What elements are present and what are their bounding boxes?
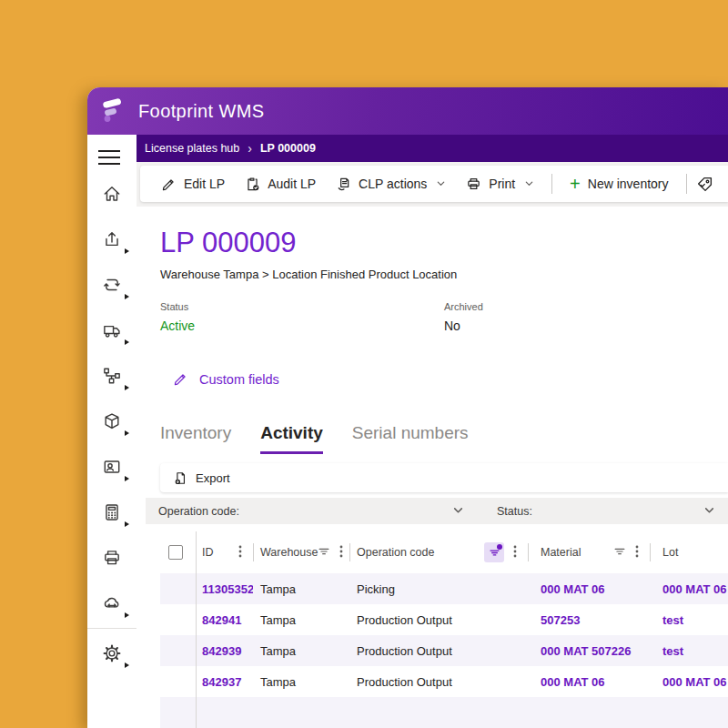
truck-icon	[102, 320, 122, 340]
tab-serial-numbers[interactable]: Serial numbers	[352, 423, 469, 454]
row-warehouse: Tampa	[253, 635, 349, 666]
column-menu-icon[interactable]	[635, 544, 639, 561]
row-material-link[interactable]: 507253	[528, 604, 650, 635]
column-menu-icon[interactable]	[513, 544, 517, 561]
sidebar-item-outbound[interactable]	[87, 217, 136, 262]
sidebar-item-integration[interactable]	[87, 581, 136, 626]
chevron-down-icon	[452, 504, 464, 519]
breadcrumb-current: LP 000009	[260, 142, 316, 155]
operation-code-filter[interactable]: Operation code:	[158, 504, 464, 519]
audit-lp-button[interactable]: Audit LP	[235, 166, 326, 202]
sidebar-divider	[87, 628, 136, 629]
header-cell-material: Material	[528, 531, 650, 573]
filter-icon[interactable]	[613, 545, 626, 561]
tag-actions-button[interactable]	[694, 166, 715, 202]
status-filter[interactable]: Status:	[497, 504, 715, 519]
active-filter-icon[interactable]	[484, 542, 504, 562]
sidebar-item-shipping[interactable]	[87, 308, 136, 353]
breadcrumb-parent[interactable]: License plates hub	[145, 142, 239, 155]
table-row-partial	[160, 697, 728, 728]
new-inventory-button[interactable]: + New inventory	[560, 166, 678, 202]
package-icon	[102, 411, 122, 431]
archived-field: Archived No	[444, 301, 728, 333]
tab-inventory[interactable]: Inventory	[160, 423, 231, 454]
chevron-down-icon	[703, 504, 715, 519]
grid-filter-row: Operation code: Status:	[146, 498, 728, 524]
table-row[interactable]: 11305352 Tampa Picking 000 MAT 06 000 MA…	[160, 573, 728, 604]
toolbar-strip: Edit LP Audit LP CLP actions Print	[136, 162, 728, 207]
row-operation-code: Production Output	[349, 635, 528, 666]
page-title: LP 000009	[160, 227, 728, 259]
menu-icon[interactable]	[98, 144, 126, 171]
plus-icon: +	[570, 175, 581, 193]
row-id-link[interactable]: 842941	[196, 604, 253, 635]
chevron-right-icon: ›	[248, 141, 252, 156]
export-icon	[173, 470, 187, 486]
app-window: Footprint WMS	[87, 87, 728, 728]
row-material-link[interactable]: 000 MAT 06	[528, 666, 650, 697]
custom-fields-button[interactable]: Custom fields	[173, 371, 728, 387]
row-id-link[interactable]: 11305352	[196, 573, 253, 604]
table-row[interactable]: 842939 Tampa Production Output 000 MAT 5…	[160, 635, 728, 666]
printer-icon	[102, 548, 122, 568]
sidebar-item-print[interactable]	[87, 535, 136, 581]
field-group: Status Active Archived No	[160, 301, 728, 333]
footprint-logo-icon	[99, 97, 126, 125]
export-button[interactable]: Export	[173, 470, 230, 486]
column-menu-icon[interactable]	[339, 544, 343, 561]
cycle-arrow-icon	[102, 275, 122, 295]
row-lot-link[interactable]: 000 MAT 06	[650, 666, 728, 697]
document-hand-icon	[336, 177, 351, 192]
header-cell-select	[160, 531, 196, 573]
toolbar-divider	[551, 174, 552, 194]
toolbar: Edit LP Audit LP CLP actions Print	[140, 166, 728, 202]
clipboard-check-icon	[245, 177, 260, 192]
print-button[interactable]: Print	[456, 166, 544, 202]
row-material-link[interactable]: 000 MAT 507226	[528, 635, 650, 666]
row-operation-code: Production Output	[349, 666, 528, 697]
sidebar-item-settings[interactable]	[87, 631, 136, 676]
toolbar-divider	[686, 174, 687, 194]
header-cell-id: ID	[196, 531, 253, 573]
row-material-link[interactable]: 000 MAT 06	[528, 573, 650, 604]
printer-icon	[466, 177, 481, 192]
edit-lp-button[interactable]: Edit LP	[151, 166, 235, 202]
row-lot-link[interactable]: test	[650, 635, 728, 666]
sidebar	[87, 135, 136, 728]
sidebar-item-inventory[interactable]	[87, 399, 136, 444]
sidebar-item-contacts[interactable]	[87, 444, 136, 490]
archived-label: Archived	[444, 301, 728, 312]
home-icon	[102, 184, 122, 204]
sidebar-item-cycle[interactable]	[87, 262, 136, 308]
sidebar-item-billing[interactable]	[87, 490, 136, 535]
grid-toolbar: Export	[160, 463, 728, 492]
main-panel: License plates hub › LP 000009 Edit LP A…	[136, 135, 728, 728]
row-operation-code: Picking	[349, 573, 528, 604]
select-all-checkbox[interactable]	[168, 545, 183, 560]
column-menu-icon[interactable]	[238, 544, 242, 561]
contact-card-icon	[102, 457, 122, 477]
clp-actions-button[interactable]: CLP actions	[326, 166, 456, 202]
sidebar-item-workflow[interactable]	[87, 353, 136, 399]
pencil-icon	[161, 177, 177, 192]
row-id-link[interactable]: 842939	[196, 635, 253, 666]
sidebar-item-home[interactable]	[87, 171, 136, 217]
app-header: Footprint WMS	[87, 87, 728, 135]
table-row[interactable]: 842937 Tampa Production Output 000 MAT 0…	[160, 666, 728, 697]
header-cell-lot: Lot	[650, 531, 728, 573]
table-header: ID Warehouse Operation code	[160, 531, 728, 573]
gear-icon	[102, 643, 122, 663]
row-lot-link[interactable]: test	[650, 604, 728, 635]
row-id-link[interactable]: 842937	[196, 666, 253, 697]
header-cell-warehouse: Warehouse	[253, 531, 349, 573]
table-row[interactable]: 842941 Tampa Production Output 507253 te…	[160, 604, 728, 635]
tab-bar: Inventory Activity Serial numbers	[160, 423, 728, 454]
status-label: Status	[160, 301, 444, 312]
row-warehouse: Tampa	[253, 573, 349, 604]
breadcrumb: License plates hub › LP 000009	[136, 135, 728, 162]
tab-activity[interactable]: Activity	[260, 423, 323, 454]
header-cell-operation-code: Operation code	[349, 531, 528, 573]
row-lot-link[interactable]: 000 MAT 06	[650, 573, 728, 604]
tag-check-icon	[696, 176, 713, 193]
filter-icon[interactable]	[318, 545, 330, 561]
